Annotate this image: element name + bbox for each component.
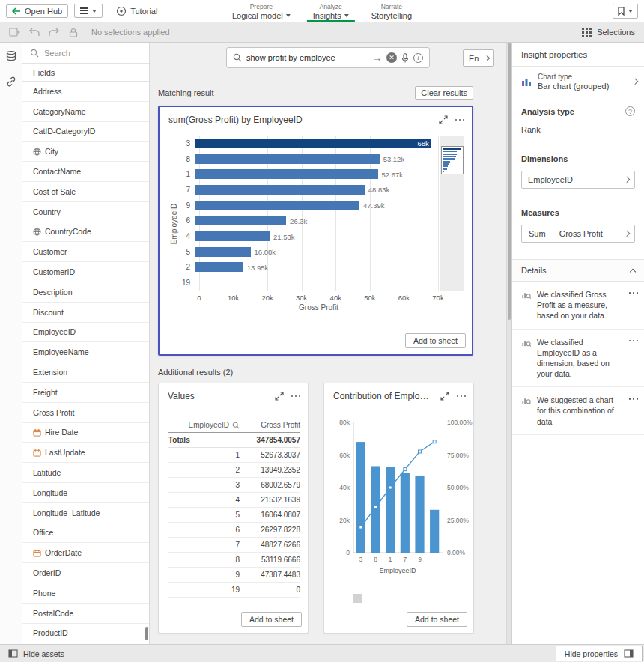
values-card[interactable]: Values EmployeeID Gross Profit Totals — [158, 383, 309, 634]
fields-search[interactable]: Search — [22, 43, 149, 64]
add-to-sheet-button[interactable]: Add to sheet — [407, 612, 467, 627]
table-row[interactable]: 368002.6579 — [168, 478, 300, 493]
insight-search-box[interactable]: → ✕ i — [226, 47, 430, 68]
sidebar-scrollbar[interactable] — [145, 43, 148, 644]
hide-properties-button[interactable]: Hide properties — [556, 646, 643, 661]
clear-results-button[interactable]: Clear results — [415, 86, 473, 100]
field-item[interactable]: LastUpdate — [22, 443, 149, 463]
main-scrollbar[interactable] — [506, 43, 511, 644]
data-assets-icon[interactable] — [5, 50, 17, 64]
bar[interactable] — [195, 231, 270, 241]
table-row[interactable]: 853119.6666 — [168, 553, 300, 568]
field-item[interactable]: Hire Date — [22, 423, 149, 443]
nav-narrate[interactable]: Narrate Storytelling — [365, 0, 418, 22]
table-row[interactable]: 421532.1639 — [168, 493, 300, 508]
field-item[interactable]: Office — [22, 523, 149, 544]
table-row[interactable]: 516064.0807 — [168, 508, 300, 523]
tutorial-link[interactable]: Tutorial — [116, 6, 157, 16]
field-item[interactable]: ProductID — [22, 624, 149, 644]
search-icon[interactable] — [232, 422, 240, 429]
more-menu-icon[interactable] — [457, 392, 467, 401]
contribution-card[interactable]: Contribution of Employe... 020k40k60k80k… — [323, 383, 474, 634]
field-item[interactable]: Phone — [22, 583, 149, 604]
matching-result-card[interactable]: sum(Gross Profit) by EmployeeID Employee… — [158, 106, 473, 356]
table-row[interactable]: 626297.8228 — [168, 523, 300, 538]
table-row[interactable]: 748827.6266 — [168, 538, 300, 553]
measure-button[interactable]: Sum Gross Profit — [521, 225, 635, 243]
scrollbar-thumb[interactable] — [145, 627, 148, 640]
field-item[interactable]: EmployeeID — [22, 323, 149, 343]
bar[interactable] — [195, 185, 365, 195]
field-item[interactable]: CatID-CategoryID — [22, 122, 149, 142]
mini-chart-navigator[interactable] — [441, 146, 464, 174]
field-item[interactable]: Address — [22, 82, 149, 102]
selections-panel-toggle[interactable]: Selections — [582, 28, 638, 37]
language-button[interactable]: En — [463, 49, 494, 67]
more-menu-icon[interactable] — [629, 337, 639, 345]
expand-icon[interactable] — [275, 392, 284, 401]
more-menu-icon[interactable] — [629, 395, 639, 403]
field-item[interactable]: OrderID — [22, 563, 149, 583]
add-to-sheet-button[interactable]: Add to sheet — [405, 333, 466, 348]
field-item[interactable]: CustomerID — [22, 262, 149, 282]
more-menu-icon[interactable] — [629, 289, 639, 297]
field-item[interactable]: CategoryName — [22, 102, 149, 122]
table-row[interactable]: 947387.4483 — [168, 568, 300, 583]
insight-search-input[interactable] — [246, 53, 368, 62]
field-item[interactable]: Longitude_Latitude — [22, 503, 149, 523]
field-item[interactable]: PostalCode — [22, 604, 149, 624]
bar[interactable] — [195, 201, 359, 210]
scrollbar-thumb[interactable] — [508, 43, 511, 320]
clear-selections-lock-icon[interactable] — [64, 25, 82, 40]
chart-scroll-band[interactable] — [440, 136, 464, 291]
field-item[interactable]: Freight — [22, 383, 149, 403]
global-menu-button[interactable] — [74, 4, 103, 18]
selections-tool-icon[interactable] — [6, 25, 24, 40]
field-item[interactable]: Extension — [22, 362, 149, 383]
expand-icon[interactable] — [440, 392, 449, 401]
bar[interactable] — [195, 154, 380, 164]
field-item[interactable]: Cost of Sale — [22, 182, 149, 202]
chart-type-row[interactable]: Chart type Bar chart (grouped) — [512, 66, 644, 97]
bar[interactable] — [195, 169, 378, 179]
field-item[interactable]: EmployeeName — [22, 342, 149, 362]
step-back-icon[interactable] — [25, 25, 43, 40]
dimension-button[interactable]: EmployeeID — [521, 171, 635, 189]
field-item[interactable]: Customer — [22, 242, 149, 262]
nav-analyze[interactable]: Analyze Insights — [307, 0, 355, 22]
step-forward-icon[interactable] — [45, 25, 63, 40]
more-menu-icon[interactable] — [455, 116, 465, 124]
bar[interactable] — [195, 216, 286, 225]
clear-search-icon[interactable]: ✕ — [386, 52, 397, 63]
svg-text:9: 9 — [418, 556, 422, 563]
field-item[interactable]: Country — [22, 202, 149, 222]
table-row[interactable]: 213949.2352 — [168, 463, 300, 478]
open-hub-button[interactable]: Open Hub — [6, 4, 68, 18]
microphone-icon[interactable] — [401, 53, 409, 63]
field-item[interactable]: Description — [22, 282, 149, 303]
details-header[interactable]: Details — [512, 259, 644, 282]
field-item[interactable]: OrderDate — [22, 543, 149, 563]
field-item[interactable]: CountryCode — [22, 222, 149, 243]
bar[interactable]: 68k — [195, 139, 431, 148]
bar[interactable] — [195, 247, 251, 257]
nav-prepare[interactable]: Prepare Logical model — [226, 0, 297, 22]
bookmark-button[interactable] — [613, 4, 638, 19]
bar[interactable] — [195, 262, 243, 272]
help-icon[interactable]: ? — [625, 106, 635, 116]
hide-assets-button[interactable]: Hide assets — [1, 645, 71, 662]
table-row[interactable]: 152673.3037 — [168, 448, 300, 463]
field-item[interactable]: Longitude — [22, 483, 149, 503]
expand-icon[interactable] — [439, 115, 448, 124]
submit-arrow-icon[interactable]: → — [372, 52, 382, 64]
table-row[interactable]: 190 — [168, 583, 300, 598]
field-item[interactable]: Discount — [22, 303, 149, 323]
info-icon[interactable]: i — [413, 53, 423, 63]
more-menu-icon[interactable] — [291, 392, 301, 401]
field-item[interactable]: Latitude — [22, 463, 149, 483]
field-item[interactable]: ContactName — [22, 162, 149, 182]
link-icon[interactable] — [5, 76, 17, 89]
field-item[interactable]: City — [22, 142, 149, 162]
add-to-sheet-button[interactable]: Add to sheet — [241, 612, 302, 627]
field-item[interactable]: Gross Profit — [22, 403, 149, 423]
